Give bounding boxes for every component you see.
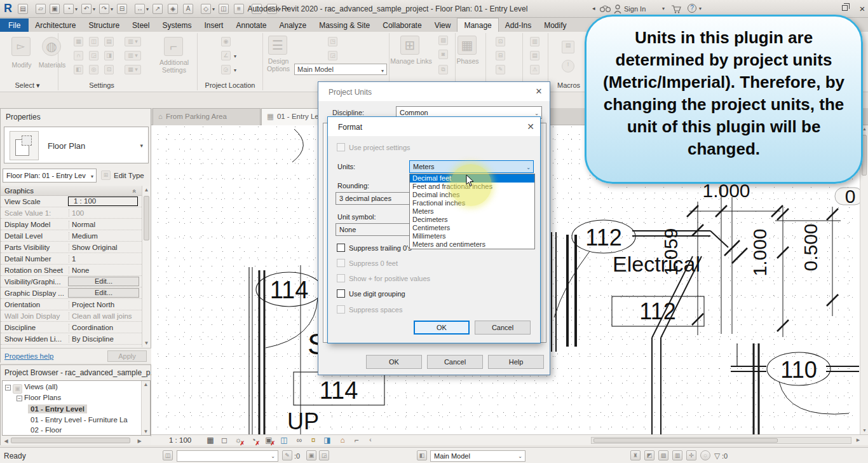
design-options-status-icon[interactable]: ▣ — [306, 450, 316, 460]
temporary-hide-isolate-icon[interactable]: ∞ — [294, 435, 305, 445]
macro-security-icon[interactable]: ! — [562, 60, 574, 73]
drawing-hscrollbar[interactable] — [591, 437, 851, 444]
format-cancel-button[interactable]: Cancel — [475, 321, 531, 335]
visual-style-icon[interactable]: ◻ — [219, 435, 230, 445]
tab-structure[interactable]: Structure — [82, 18, 126, 32]
select-links-icon[interactable]: ▨ — [658, 450, 668, 460]
units-option-meters[interactable]: Meters — [410, 207, 534, 216]
filter-icon[interactable]: ▽ — [714, 452, 720, 460]
prop-row-graphic-display[interactable]: Graphic Display ...Edit... — [1, 287, 142, 299]
scroll-down-icon[interactable]: ▼ — [860, 428, 868, 432]
design-options-label[interactable]: Design Options — [262, 57, 295, 73]
tree-item-02-floor[interactable]: 02 - Floor — [31, 426, 62, 434]
structural-settings-icon[interactable]: ▥ ▾ — [125, 37, 141, 46]
project-units-icon[interactable]: ⊡ — [104, 65, 114, 74]
room-number-112[interactable]: 112 — [612, 296, 704, 326]
file-properties-icon[interactable]: ▤ — [18, 4, 28, 14]
room-tag-110[interactable]: 110 — [767, 352, 831, 385]
graphic-display-edit-button[interactable]: Edit... — [68, 288, 139, 298]
show-crop-region-icon[interactable]: ◫ — [278, 435, 290, 445]
shared-parameters-icon[interactable]: ◲ — [89, 51, 98, 60]
tab-modify[interactable]: Modify — [538, 18, 573, 32]
tab-massing-site[interactable]: Massing & Site — [313, 18, 376, 32]
browser-scrollbar[interactable]: ▲ ▼ — [141, 381, 150, 435]
tab-view[interactable]: View — [428, 18, 458, 32]
crop-view-icon[interactable]: ▣✗ — [263, 435, 275, 445]
detail-level-icon[interactable]: ▦ — [205, 435, 216, 445]
materials-icon[interactable]: ◍ — [42, 37, 61, 56]
design-option-picker-icon[interactable]: ◧ — [417, 450, 427, 460]
scroll-right-icon[interactable]: ▶ — [854, 438, 862, 443]
units-option-decimeters[interactable]: Decimeters — [410, 216, 534, 224]
manage-images-icon[interactable]: ▧ — [438, 36, 448, 45]
scroll-up-icon[interactable]: ▲ — [142, 382, 150, 387]
aligned-dimension-icon[interactable]: ↗ — [153, 4, 163, 14]
mep-settings-icon[interactable]: ▥ ▾ — [125, 51, 141, 60]
collapse-node-icon[interactable]: − — [5, 385, 11, 390]
save-icon[interactable]: ▣ — [50, 4, 60, 14]
help-icon[interactable]: ? — [688, 4, 696, 13]
undo-icon[interactable]: ↶ — [81, 4, 92, 14]
room-number-114[interactable]: 114 — [294, 372, 384, 405]
tab-add-ins[interactable]: Add-Ins — [499, 18, 538, 32]
close-window-button[interactable]: × — [854, 3, 868, 15]
scroll-down-icon[interactable]: ▼ — [142, 429, 150, 434]
units-option-millimeters[interactable]: Millimeters — [410, 232, 534, 240]
store-cart-icon[interactable] — [671, 5, 681, 13]
macro-manager-icon[interactable]: ▤ — [562, 41, 574, 53]
edit-type-button[interactable]: ⊞ Edit Type — [101, 169, 151, 183]
prop-row-parts-visibility[interactable]: Parts VisibilityShow Original — [1, 242, 142, 253]
tab-insert[interactable]: Insert — [198, 18, 229, 32]
print-icon[interactable]: ⊟ — [117, 4, 127, 14]
sign-in-dropdown[interactable]: ▾ — [662, 6, 665, 11]
tab-steel[interactable]: Steel — [126, 18, 156, 32]
editable-only-icon[interactable]: ✎ — [282, 450, 292, 460]
drawing-vscrollbar[interactable]: ▲ ▼ — [860, 125, 868, 434]
additional-settings-icon[interactable]: ⌐ — [164, 37, 183, 56]
apply-button[interactable]: Apply — [107, 350, 147, 362]
design-option-status-combo[interactable]: Main Model⌄ — [430, 450, 526, 462]
sync-icon[interactable]: ◔ — [64, 4, 74, 14]
project-units-ok-button[interactable]: OK — [366, 355, 422, 369]
graphics-section-header[interactable]: Graphics « — [1, 186, 142, 196]
select-by-face-icon[interactable]: ◌ — [700, 450, 710, 460]
select-by-id-icon[interactable]: ▤ — [530, 51, 539, 60]
tab-systems[interactable]: Systems — [156, 18, 198, 32]
prop-row-visibility-graphics[interactable]: Visibility/Graphi...Edit... — [1, 276, 142, 287]
unit-symbol-combo[interactable]: None — [336, 223, 410, 236]
tab-manage[interactable]: Manage — [457, 18, 498, 32]
tag-icon[interactable]: ◈ — [168, 4, 178, 14]
redo-dropdown[interactable]: ▾ — [111, 6, 113, 12]
sign-in-person-icon[interactable] — [614, 4, 621, 14]
properties-help-link[interactable]: Properties help — [4, 352, 53, 360]
analytical-model-icon[interactable]: ⌂ — [337, 435, 348, 445]
save-selection-icon[interactable]: ⊡ — [496, 37, 505, 46]
edit-selection-icon[interactable]: ✎ — [496, 65, 505, 74]
tab-collaborate[interactable]: Collaborate — [376, 18, 428, 32]
tab-file[interactable]: File — [0, 18, 29, 32]
scroll-left-icon[interactable]: ◀ — [2, 438, 10, 444]
format-ok-button[interactable]: OK — [414, 321, 470, 335]
help-dropdown[interactable]: ▾ — [699, 6, 702, 11]
room-tag-112[interactable]: 112 — [572, 220, 635, 253]
collapse-section-icon[interactable]: « — [132, 190, 139, 193]
instance-selector-combo[interactable]: Floor Plan: 01 - Entry Lev▾ — [3, 169, 97, 183]
tree-item-entry-level[interactable]: 01 - Entry Level — [28, 404, 87, 413]
text-icon[interactable]: A — [183, 4, 193, 14]
ids-of-selection-icon[interactable]: ▥ — [530, 37, 539, 46]
close-icon[interactable]: ✕ — [525, 121, 536, 132]
prop-row-view-scale[interactable]: View Scale1 : 100 — [1, 196, 142, 207]
units-option-meters-centimeters[interactable]: Meters and centimeters — [410, 240, 534, 249]
transfer-standards-icon[interactable]: ◨ — [104, 51, 114, 60]
tab-analyze[interactable]: Analyze — [273, 18, 313, 32]
reveal-hidden-elements-icon[interactable]: ¤ — [308, 435, 319, 445]
worksets-combo[interactable]: ⌄ — [177, 450, 278, 462]
reveal-constraints-icon[interactable]: ⌐ — [351, 435, 362, 445]
global-parameters-icon[interactable]: ◧ — [74, 65, 83, 74]
temporary-view-properties-icon[interactable]: ◨ — [322, 435, 333, 445]
tree-item-entry-level-furniture[interactable]: 01 - Entry Level - Furniture La — [31, 416, 128, 424]
project-units-titlebar[interactable]: Project Units ✕ — [318, 82, 550, 101]
tree-node-views[interactable]: − ▣ Views (all) — [5, 383, 58, 392]
worksets-icon[interactable]: ◫ — [163, 450, 173, 460]
room-tag-114[interactable]: 114 — [256, 272, 322, 307]
